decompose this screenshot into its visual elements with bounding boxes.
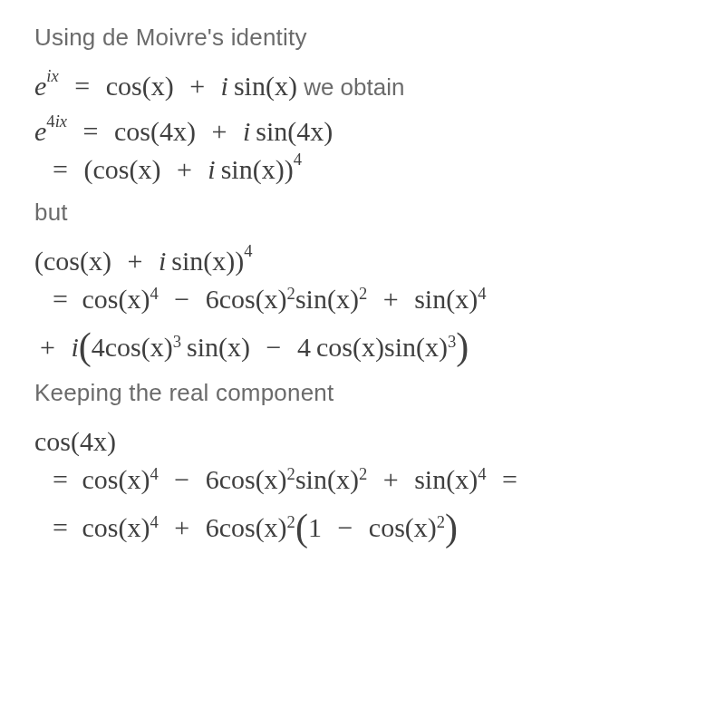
num-4: 4 [92,332,105,362]
ix-exponent: ix [46,66,58,85]
cos-fn: cos [369,512,405,542]
pow-2: 2 [437,512,445,531]
big-open-paren: ( [79,325,92,367]
arg-x: (x) [256,512,287,542]
arg-4x: (4x) [150,116,196,146]
cos-fn: cos [105,332,141,362]
num-6: 6 [206,284,219,314]
sin-fn: sin [221,154,253,184]
plus-sign: + [111,246,159,276]
sin-fn: sin [171,246,203,276]
sin-fn: sin [295,464,327,494]
power4-line: = (cos(x) + i sin(x))4 [34,153,696,186]
cos-fn: cos [92,154,129,184]
euler-identity-line: eix = cos(x) + i sin(x) we obtain [34,70,696,102]
arg-x: (x) [118,464,150,494]
close-paren: ) [235,246,244,276]
arg-x: (x) [266,71,297,101]
pow-2: 2 [359,464,367,483]
pow-4: 4 [150,512,158,531]
minus-sign: − [250,332,297,362]
pow-4: 4 [478,284,486,303]
pow-4: 4 [478,464,486,483]
cos-fn: cos [114,116,150,146]
cos-fn: cos [316,332,353,362]
cos-fn: cos [82,284,118,314]
cos4x-line: cos(4x) [34,425,696,458]
equals-sign: = [53,154,77,184]
arg-x: (x) [256,464,287,494]
rewrite-line: = cos(x)4 + 6cos(x)2(1 − cos(x)2) [34,501,696,547]
plus-sign: + [174,71,221,101]
close-paren: ) [285,154,294,184]
cos-fn: cos [44,246,80,276]
arg-x: (x) [416,332,448,362]
cos-fn: cos [34,426,71,456]
minus-sign: − [159,284,206,314]
cos-fn: cos [82,464,118,494]
equals-sign: = [53,284,75,314]
plus-sign: + [160,154,208,184]
arg-x: (x) [218,332,250,362]
pow-2: 2 [287,284,295,303]
pow-4: 4 [244,241,252,260]
open-paren: ( [34,246,44,276]
arg-x: (x) [446,284,478,314]
equals-sign: = [53,512,75,542]
big-close-paren: ) [445,507,458,548]
e4ix-line: e4ixix = cos(4x) + i sin(4x) [34,115,696,148]
sin-fn: sin [256,116,287,146]
proof-passage: Using de Moivre's identity eix = cos(x) … [0,0,725,548]
num-1: 1 [308,512,322,542]
equals-sign: = [486,464,526,494]
arg-x: (x) [446,464,478,494]
pow-2: 2 [287,512,295,531]
cos-fn: cos [219,512,256,542]
pow-4: 4 [294,150,302,169]
i-var: i [221,71,228,101]
intro-text: Using de Moivre's identity [34,24,696,52]
four-ix-exponent: 4ixix [46,112,67,131]
cos-fn: cos [106,71,142,101]
e-var: e [34,71,46,101]
pow-4: 4 [150,464,158,483]
plus-sign: + [159,512,206,542]
arg-x: (x) [405,512,437,542]
plus-sign: + [367,464,414,494]
i-var: i [243,116,250,146]
sin-fn: sin [187,332,218,362]
pow-4: 4 [150,284,158,303]
arg-x: (x) [353,332,384,362]
we-obtain-text: we obtain [297,73,405,101]
equals-sign: = [67,116,114,146]
arg-4x: (4x) [287,116,333,146]
open-paren: ( [83,154,92,184]
num-6: 6 [206,512,219,542]
pow-3: 3 [448,332,456,351]
i-var: i [71,332,78,362]
cos-fn: cos [219,284,256,314]
arg-x: (x) [118,512,150,542]
arg-x: (x) [253,154,285,184]
plus-sign: + [367,284,414,314]
keep-real-text: Keeping the real component [34,379,696,407]
minus-sign: − [159,464,206,494]
real-part-line: = cos(x)4 − 6cos(x)2sin(x)2 + sin(x)4 = [34,463,696,496]
minus-sign: − [322,512,369,542]
plus-sign: + [40,332,71,362]
but-text: but [34,199,696,227]
i-var: i [208,154,215,184]
num-4: 4 [297,332,311,362]
cos-fn: cos [219,464,256,494]
arg-x: (x) [327,284,359,314]
num-6: 6 [206,464,219,494]
arg-x: (x) [118,284,150,314]
expand-lhs-line: (cos(x) + i sin(x))4 [34,245,696,277]
big-open-paren: ( [295,507,308,548]
expand-real-line: = cos(x)4 − 6cos(x)2sin(x)2 + sin(x)4 [34,283,696,315]
arg-x: (x) [129,154,160,184]
arg-x: (x) [327,464,359,494]
arg-x: (x) [203,246,235,276]
sin-fn: sin [414,464,446,494]
arg-x: (x) [80,246,111,276]
